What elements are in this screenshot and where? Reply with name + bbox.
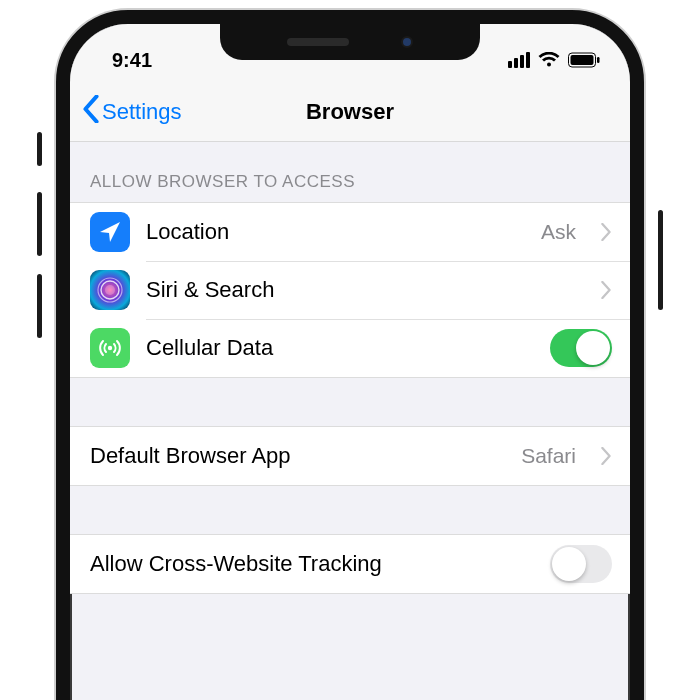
row-label: Siri & Search [146, 277, 576, 303]
svg-rect-2 [597, 57, 600, 63]
chevron-right-icon [600, 447, 612, 465]
notch [220, 24, 480, 60]
back-label: Settings [102, 99, 182, 125]
row-cellular-data: Cellular Data [70, 319, 630, 377]
row-label: Allow Cross-Website Tracking [90, 551, 534, 577]
row-location[interactable]: Location Ask [70, 203, 630, 261]
section-header-access: ALLOW BROWSER TO ACCESS [70, 142, 630, 202]
cellular-data-icon [90, 328, 130, 368]
wifi-icon [538, 52, 560, 68]
cellular-signal-icon [508, 52, 530, 68]
nav-bar: Settings Browser [70, 82, 630, 142]
settings-group-default: Default Browser App Safari [70, 426, 630, 486]
svg-point-5 [105, 285, 115, 295]
status-time: 9:41 [112, 49, 152, 72]
settings-group-access: Location Ask Siri & Search Cellular Data [70, 202, 630, 378]
row-default-browser[interactable]: Default Browser App Safari [70, 427, 630, 485]
location-icon [90, 212, 130, 252]
row-value: Ask [541, 220, 576, 244]
row-label: Default Browser App [90, 443, 505, 469]
cellular-data-toggle[interactable] [550, 329, 612, 367]
row-siri-search[interactable]: Siri & Search [70, 261, 630, 319]
back-button[interactable]: Settings [82, 95, 182, 129]
svg-point-6 [108, 346, 112, 350]
row-label: Location [146, 219, 525, 245]
svg-rect-1 [571, 55, 594, 65]
cross-tracking-toggle[interactable] [550, 545, 612, 583]
settings-group-privacy: Allow Cross-Website Tracking [70, 534, 630, 594]
phone-frame: 9:41 Settings Browser ALLOW BROWSER TO A… [56, 10, 644, 700]
row-label: Cellular Data [146, 335, 534, 361]
row-cross-website-tracking: Allow Cross-Website Tracking [70, 535, 630, 593]
chevron-right-icon [600, 223, 612, 241]
chevron-right-icon [600, 281, 612, 299]
chevron-left-icon [82, 95, 100, 129]
battery-icon [568, 52, 600, 68]
siri-icon [90, 270, 130, 310]
row-value: Safari [521, 444, 576, 468]
